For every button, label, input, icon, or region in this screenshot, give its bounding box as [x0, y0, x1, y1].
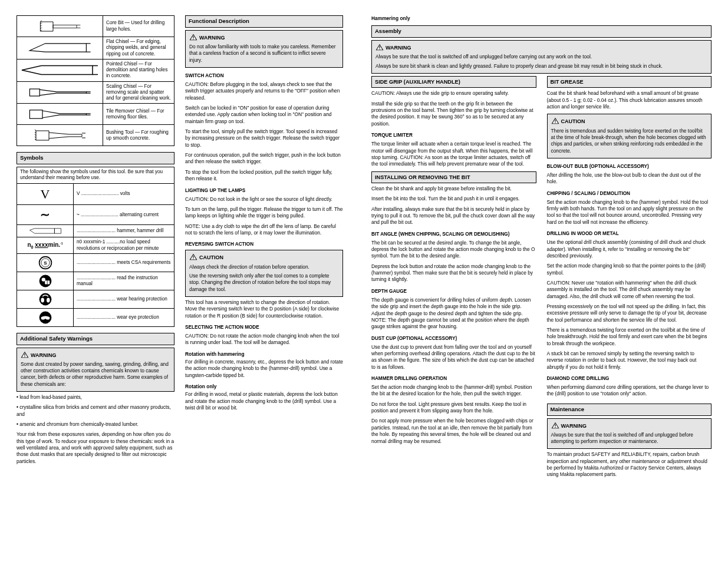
rot-only-body: For drilling in wood, metal or plastic m… — [185, 391, 343, 411]
drill-p3: Pressing excessively on the tool will no… — [547, 303, 712, 323]
angle-p1: The bit can be secured at the desired an… — [371, 240, 536, 260]
chisel-table: Core Bit — Used for drilling large holes… — [17, 15, 174, 146]
chem-bullet-2: • crystalline silica from bricks and cem… — [17, 404, 174, 418]
twist-body: There is tremendous and sudden twisting … — [551, 128, 708, 154]
install-bit-bar: INSTALLING OR REMOVING THE BIT — [371, 171, 536, 183]
chisel-scale-desc: Scaling Chisel — For removing scale and … — [103, 81, 174, 104]
lamp-note: NOTE: Use a dry cloth to wipe the dirt o… — [185, 223, 343, 237]
drill-p2: Set the action mode changing knob so tha… — [547, 263, 712, 276]
asm-warn-b1: Always be sure that the tool is switched… — [375, 54, 707, 60]
chisel-point-icon — [17, 59, 103, 81]
twist-head: CAUTION — [561, 118, 585, 124]
read-desc: ............................. read the i… — [74, 272, 174, 290]
rev-caution-b1: Always check the direction of rotation b… — [189, 264, 339, 270]
mode-caution: CAUTION: Do not rotate the action mode c… — [185, 333, 343, 346]
switch-action-head: SWITCH ACTION — [185, 72, 343, 79]
chisel-bush-icon — [17, 125, 103, 146]
warning-triangle-icon — [189, 34, 197, 41]
maint-title: Maintenance — [547, 404, 712, 416]
side-para: Install the side grip so that the teeth … — [371, 101, 536, 127]
hammer-icon — [17, 225, 74, 237]
chem-bullet-3: • arsenic and chromium from chemically-t… — [17, 421, 174, 428]
csa-icon — [17, 253, 74, 272]
lamp-caution: CAUTION: Do not look in the light or see… — [185, 196, 343, 203]
chem-after: Your risk from these exposures varies, d… — [17, 431, 174, 465]
maint-warn-body: Always be sure that the tool is switched… — [551, 432, 708, 445]
chisel-tile-icon — [17, 104, 103, 125]
chip-para: Set the action mode changing knob to the… — [547, 199, 712, 226]
drill-p4: There is a tremendous twisting force exe… — [547, 327, 712, 347]
op-ham-p3: Do not apply more pressure when the hole… — [371, 418, 536, 444]
angle-bar: BIT ANGLE (WHEN CHIPPING, SCALING OR DEM… — [371, 231, 536, 237]
symbols-intro: The following show the symbols used for … — [17, 167, 174, 184]
op-ham-p1: Set the action mode changing knob to the… — [371, 384, 536, 398]
csa-desc: ............................. meets CSA … — [74, 253, 174, 272]
volt-desc: V ............................ volts — [74, 183, 174, 205]
caution-triangle-icon — [551, 117, 559, 124]
gauge-bar: DEPTH GAUGE — [371, 288, 536, 295]
additional-safety-title: Additional Safety Warnings — [17, 333, 174, 345]
rev-body: This tool has a reversing switch to chan… — [185, 299, 343, 319]
rot-only-sub: Rotation only — [185, 384, 343, 390]
right-two-cols: SIDE GRIP (AUXILIARY HANDLE) CAUTION: Al… — [371, 76, 711, 482]
caution-triangle-icon — [189, 253, 197, 260]
warning-triangle-icon — [21, 351, 29, 358]
chisel-point-desc: Pointed Chisel — For demolition and star… — [103, 59, 174, 81]
column-2: Functional Description WARNING Do not al… — [185, 15, 343, 468]
noload-desc: n0 xxxxmin-1 ..........no load speed rev… — [74, 237, 174, 254]
gauge-para: The depth gauge is convenient for drilli… — [371, 297, 536, 330]
maint-warn-head: WARNING — [561, 423, 587, 429]
drill-caution: CAUTION: Never use "rotation with hammer… — [547, 280, 712, 300]
lamp-head: LIGHTING UP THE LAMPS — [185, 187, 343, 194]
eye-protection-icon — [17, 308, 74, 326]
func-warning-panel: WARNING Do not allow familiarity with to… — [185, 30, 343, 68]
core-para: When performing diamond core drilling op… — [547, 384, 712, 398]
blow-head: BLOW-OUT BULB (OPTIONAL ACCESSORY) — [547, 163, 712, 170]
warning-triangle-icon — [551, 422, 559, 429]
func-warn-head: WARNING — [199, 35, 225, 41]
chisel-bush-desc: Bushing Tool — For roughing up smooth co… — [103, 125, 174, 146]
grease-bar: BIT GREASE — [547, 76, 712, 88]
assembly-title: Assembly — [371, 25, 711, 38]
angle-p2: Depress the lock button and rotate the a… — [371, 263, 536, 283]
ear-protection-icon — [17, 290, 74, 308]
asm-warn-head: WARNING — [386, 45, 411, 51]
rot-hammer-body: For drilling in concrete, masonry, etc.,… — [185, 359, 343, 379]
switch-body3: To stop the tool from the locked positio… — [185, 169, 343, 183]
ac-icon: ∼ — [17, 205, 74, 225]
switch-body1: To start the tool, simply pull the switc… — [185, 128, 343, 148]
hammer-only-sub: Hammering only — [371, 15, 711, 22]
chip-head: CHIPPING / SCALING / DEMOLITION — [547, 190, 712, 197]
op-ham-p2: Do not force the tool. Light pressure gi… — [371, 401, 536, 415]
torque-head: TORQUE LIMITER — [371, 132, 536, 138]
column-1: Core Bit — Used for drilling large holes… — [17, 15, 174, 468]
chisel-scale-icon — [17, 81, 103, 104]
noload-icon: n0 xxxxmin.-1 — [17, 237, 74, 254]
reverse-caution-panel: CAUTION Always check the direction of ro… — [185, 250, 343, 297]
drill-p1: Use the optional drill chuck assembly (c… — [547, 239, 712, 259]
goggle-desc: ............................. wear eye p… — [74, 308, 174, 326]
right-block: Hammering only Assembly WARNING Always b… — [371, 15, 711, 482]
mode-head: SELECTING THE ACTION MODE — [185, 324, 343, 330]
twist-caution-panel: CAUTION There is tremendous and sudden t… — [547, 114, 712, 158]
grease-para: Coat the bit shank head beforehand with … — [547, 90, 712, 110]
assembly-warning-panel: WARNING Always be sure that the tool is … — [371, 40, 711, 74]
core-head: DIAMOND CORE DRILLING — [547, 375, 712, 382]
chisel-flat-icon — [17, 37, 103, 59]
drill-head: DRILLING IN WOOD OR METAL — [547, 230, 712, 237]
install-p3: After installing, always make sure that … — [371, 206, 536, 226]
rot-hammer-sub: Rotation with hammering — [185, 351, 343, 358]
hammer-desc: ............................. hammer, ha… — [74, 225, 174, 237]
ear-desc: ............................. wear heari… — [74, 290, 174, 308]
dust-warn-body: Some dust created by power sanding, sawi… — [21, 361, 170, 388]
chisel-core-desc: Core Bit — Used for drilling large holes… — [103, 16, 174, 37]
func-warn-body: Do not allow familiarity with tools to m… — [189, 44, 339, 64]
drill-p5: A stuck bit can be removed simply by set… — [547, 351, 712, 371]
torque-body: The torque limiter will actuate when a c… — [371, 141, 536, 167]
dust-para: Use the dust cup to prevent dust from fa… — [371, 344, 536, 371]
warning-triangle-icon — [375, 44, 384, 51]
switch-caution: CAUTION: Before plugging in the tool, al… — [185, 81, 343, 101]
reverse-head: REVERSING SWITCH ACTION — [185, 241, 343, 247]
asm-warn-b2: Always be sure bit shank is clean and li… — [375, 63, 707, 70]
op-ham-head: HAMMER DRILLING OPERATION — [371, 375, 536, 382]
